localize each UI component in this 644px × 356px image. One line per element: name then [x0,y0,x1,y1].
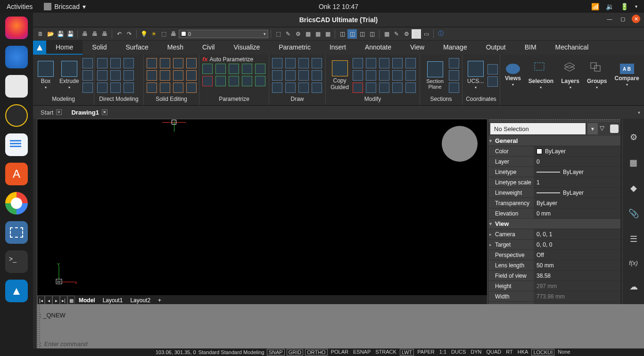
rhythmbox-icon[interactable] [5,104,28,127]
files-icon[interactable] [5,75,28,98]
activities-button[interactable]: Activities [7,3,33,10]
props-value[interactable]: 38.58 [534,271,620,281]
se-4[interactable] [186,58,197,68]
props-value[interactable]: 773.98 mm [534,291,620,301]
co-1[interactable] [487,64,498,75]
rail-layers-icon[interactable]: ◆ [630,183,637,193]
p-4[interactable] [242,64,252,74]
compare-button[interactable]: A BCompare▾ [613,63,641,88]
tab-mesh[interactable]: Mesh [158,41,193,55]
se-8[interactable] [186,70,197,81]
status-toggle-polar[interactable]: POLAR [330,349,350,356]
props-value[interactable]: 0 [534,157,620,166]
p-8[interactable] [229,76,239,86]
tool-icon-6[interactable]: ▦ [323,29,332,39]
m-5[interactable] [405,58,416,68]
props-row[interactable]: LinetypeByLayer [488,167,620,177]
tab-layout2[interactable]: Layout2 [126,297,154,304]
m-7[interactable] [366,70,376,81]
props-value[interactable]: 1 [534,177,620,187]
new-icon[interactable]: 🗎 [36,29,45,39]
wifi-icon[interactable]: 📶 [591,3,599,10]
terminal-icon[interactable]: >_ [5,250,28,273]
tab-output[interactable]: Output [477,41,515,55]
se-2[interactable] [160,58,170,68]
tool-icon-12[interactable]: ✎ [392,29,401,39]
sec-3[interactable] [449,83,459,93]
status-toggle-hka[interactable]: HKA [516,349,530,356]
layout-first-icon[interactable]: |◂ [37,296,45,305]
tab-model[interactable]: Model [75,297,99,304]
m-10[interactable] [405,70,416,81]
tab-layout1[interactable]: Layout1 [99,297,127,304]
props-row[interactable]: LineweightByLayer [488,188,620,198]
chrome-icon[interactable] [5,192,28,215]
sec-2[interactable] [449,70,459,81]
tab-home[interactable]: Home [46,41,83,55]
tool-icon-14[interactable]: ▭ [421,29,431,39]
layout-prev-icon[interactable]: ◂ [45,296,52,305]
selection-combo[interactable]: No Selection [490,123,586,134]
software-center-icon[interactable]: A [5,163,28,185]
status-toggle-snap[interactable]: SNAP [267,349,285,356]
status-toggle-dyn[interactable]: DYN [469,349,483,356]
copy-guided-button[interactable]: Copy Guided [329,59,351,91]
show-apps-icon[interactable] [5,333,28,356]
layers-button[interactable]: Layers▾ [559,60,581,91]
tab-insert[interactable]: Insert [320,41,355,55]
se-7[interactable] [173,70,183,81]
print3-icon[interactable]: 🖶 [169,29,178,39]
close-button[interactable]: ✕ [632,15,640,23]
firefox-icon[interactable] [5,17,28,39]
d-3[interactable] [298,58,309,68]
dm-4[interactable] [97,70,107,81]
se-10[interactable] [160,83,170,93]
tool-icon-4[interactable]: ▦ [303,29,313,39]
quickselect-icon[interactable] [610,124,619,133]
props-row[interactable]: Width773.98 mm [488,291,620,302]
filter-icon[interactable]: ▽ [600,124,608,133]
se-5[interactable] [147,70,157,81]
status-toggle-ducs[interactable]: DUCS [450,349,467,356]
tool-icon-2[interactable]: ✎ [283,29,293,39]
m-13[interactable] [379,83,389,93]
views-button[interactable]: Views▾ [503,63,523,88]
dm-9[interactable] [124,83,134,93]
props-row[interactable]: ColorByLayer [488,146,620,157]
clock[interactable]: Onk 12 10:47 [86,3,591,10]
bricscad-icon[interactable]: ▲ [5,280,28,302]
save-icon[interactable]: 💾 [56,29,65,39]
m-4[interactable] [392,58,403,68]
status-toggle-lwt[interactable]: LWT [400,349,414,356]
dm-5[interactable] [110,70,121,81]
props-row[interactable]: ▸Target0, 0, 0 [488,240,620,250]
redo-icon[interactable]: ↷ [124,29,134,39]
status-toggle-quad[interactable]: QUAD [485,349,503,356]
close-icon[interactable]: ✕ [102,109,107,115]
d-8[interactable] [312,70,322,81]
status-toggle-lockui[interactable]: LOCKUI [531,349,554,356]
m-11[interactable] [353,83,363,93]
p-5[interactable] [255,64,265,74]
props-row[interactable]: Height297 mm [488,281,620,291]
app-button[interactable] [33,41,46,55]
d-12[interactable] [312,83,322,93]
props-row[interactable]: Layer0 [488,157,620,167]
p-1[interactable] [202,64,213,74]
rail-settings-icon[interactable]: ⚙ [630,132,637,142]
props-value[interactable]: Off [534,250,620,260]
dm-1[interactable] [97,58,107,68]
tool-icon-11[interactable]: ▦ [382,29,391,39]
p-2[interactable] [215,64,226,74]
layout-next-icon[interactable]: ▸ [52,296,60,305]
d-9[interactable] [272,83,282,93]
preview-icon[interactable]: 🖶 [90,29,99,39]
status-toggle-1:1[interactable]: 1:1 [438,349,448,356]
sec-1[interactable] [449,58,459,68]
tool-icon-9[interactable]: ◫ [357,29,367,39]
tab-start[interactable]: Start✕ [36,106,66,119]
d-2[interactable] [285,58,296,68]
writer-icon[interactable] [5,133,28,156]
se-12[interactable] [186,83,197,93]
m-8[interactable] [379,70,389,81]
